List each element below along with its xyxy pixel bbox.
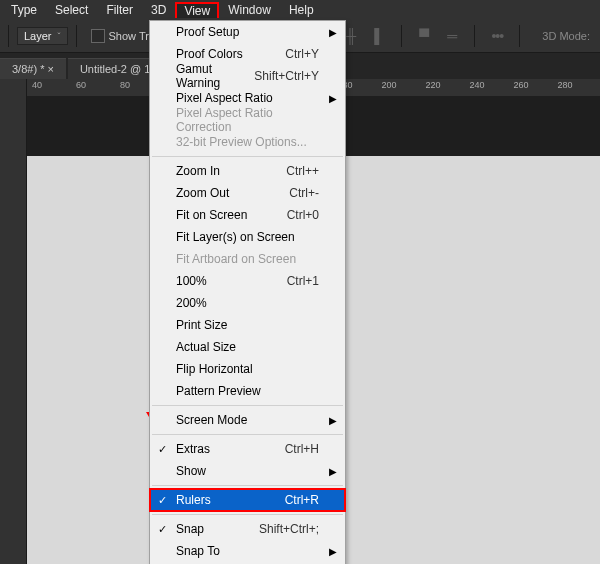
menu-item-label: Screen Mode [176, 413, 319, 427]
menu-item-shortcut: Ctrl+R [285, 493, 319, 507]
menu-item-shortcut: Ctrl+0 [287, 208, 319, 222]
menu-item-label: Pixel Aspect Ratio [176, 91, 319, 105]
menu-item-label: Extras [176, 442, 285, 456]
document-tab[interactable]: 3/8#) * × [0, 58, 66, 79]
menu-item-pattern-preview[interactable]: Pattern Preview [150, 380, 345, 402]
menu-item-proof-setup[interactable]: Proof Setup▶ [150, 21, 345, 43]
menu-item-label: 200% [176, 296, 319, 310]
menu-item-show[interactable]: Show▶ [150, 460, 345, 482]
menu-item-print-size[interactable]: Print Size [150, 314, 345, 336]
menu-item-label: Snap To [176, 544, 319, 558]
menu-item-label: Print Size [176, 318, 319, 332]
submenu-arrow-icon: ▶ [329, 93, 337, 104]
menu-item-pixel-aspect-ratio-correction: Pixel Aspect Ratio Correction [150, 109, 345, 131]
align-right-button[interactable]: ▌ [369, 26, 389, 46]
menu-item-fit-layer-s-on-screen[interactable]: Fit Layer(s) on Screen [150, 226, 345, 248]
checkmark-icon: ✓ [158, 494, 167, 507]
menu-item-32-bit-preview-options: 32-bit Preview Options... [150, 131, 345, 153]
menu-item-shortcut: Ctrl+H [285, 442, 319, 456]
menu-help[interactable]: Help [280, 2, 323, 18]
layer-target-label: Layer [24, 30, 52, 42]
separator [519, 25, 520, 47]
menu-item-extras[interactable]: ✓ExtrasCtrl+H [150, 438, 345, 460]
menu-separator [152, 485, 343, 486]
separator [474, 25, 475, 47]
ruler-tick: 40 [32, 80, 42, 90]
menu-separator [152, 405, 343, 406]
ruler-tick: 280 [557, 80, 572, 90]
menu-item-label: Proof Setup [176, 25, 319, 39]
submenu-arrow-icon: ▶ [329, 27, 337, 38]
ruler-vertical[interactable] [0, 96, 27, 564]
menu-item-shortcut: Shift+Ctrl+Y [254, 69, 319, 83]
menu-item-fit-on-screen[interactable]: Fit on ScreenCtrl+0 [150, 204, 345, 226]
submenu-arrow-icon: ▶ [329, 546, 337, 557]
menu-select[interactable]: Select [46, 2, 97, 18]
ruler-tick: 260 [513, 80, 528, 90]
menu-item-shortcut: Ctrl+Y [285, 47, 319, 61]
ruler-tick: 220 [425, 80, 440, 90]
ruler-tick: 60 [76, 80, 86, 90]
menu-item-label: Zoom Out [176, 186, 289, 200]
menu-item-fit-artboard-on-screen: Fit Artboard on Screen [150, 248, 345, 270]
menu-item-shortcut: Ctrl++ [286, 164, 319, 178]
menu-item-label: Fit Layer(s) on Screen [176, 230, 319, 244]
menu-separator [152, 514, 343, 515]
menu-item-flip-horizontal[interactable]: Flip Horizontal [150, 358, 345, 380]
menu-item-label: Rulers [176, 493, 285, 507]
checkbox-icon [91, 29, 105, 43]
menu-item-label: Fit on Screen [176, 208, 287, 222]
menu-item-label: 100% [176, 274, 287, 288]
menu-item-shortcut: Ctrl+- [289, 186, 319, 200]
menu-window[interactable]: Window [219, 2, 280, 18]
submenu-arrow-icon: ▶ [329, 466, 337, 477]
menu-item-shortcut: Shift+Ctrl+; [259, 522, 319, 536]
separator [8, 25, 9, 47]
separator [76, 25, 77, 47]
chevron-down-icon: ˇ [58, 31, 61, 41]
show-transform-checkbox[interactable]: Show Tra [85, 29, 155, 43]
checkmark-icon: ✓ [158, 523, 167, 536]
separator [401, 25, 402, 47]
menu-item-snap-to[interactable]: Snap To▶ [150, 540, 345, 562]
menu-item-zoom-in[interactable]: Zoom InCtrl++ [150, 160, 345, 182]
menu-item-gamut-warning[interactable]: Gamut WarningShift+Ctrl+Y [150, 65, 345, 87]
menu-item-label: Snap [176, 522, 259, 536]
menu-3d[interactable]: 3D [142, 2, 175, 18]
ruler-corner[interactable] [0, 79, 27, 97]
menu-item-100[interactable]: 100%Ctrl+1 [150, 270, 345, 292]
menu-item-rulers[interactable]: ✓RulersCtrl+R [150, 489, 345, 511]
menu-item-label: 32-bit Preview Options... [176, 135, 319, 149]
menu-item-label: Flip Horizontal [176, 362, 319, 376]
layer-target-dropdown[interactable]: Layer ˇ [17, 27, 68, 45]
menu-item-zoom-out[interactable]: Zoom OutCtrl+- [150, 182, 345, 204]
checkmark-icon: ✓ [158, 443, 167, 456]
menu-item-label: Proof Colors [176, 47, 285, 61]
align-top-button[interactable]: ▀ [414, 26, 434, 46]
menu-item-screen-mode[interactable]: Screen Mode▶ [150, 409, 345, 431]
menu-view[interactable]: View [175, 2, 219, 18]
menu-separator [152, 434, 343, 435]
menu-item-label: Actual Size [176, 340, 319, 354]
menu-item-label: Fit Artboard on Screen [176, 252, 319, 266]
align-tools: ▐ ╫ ▌ ▀ ═ ••• 3D Mode: [313, 25, 600, 47]
menu-item-shortcut: Ctrl+1 [287, 274, 319, 288]
3d-mode-label: 3D Mode: [532, 30, 600, 42]
menu-item-actual-size[interactable]: Actual Size [150, 336, 345, 358]
menubar: TypeSelectFilter3DViewWindowHelp [0, 0, 600, 20]
menu-item-label: Pattern Preview [176, 384, 319, 398]
align-middle-button[interactable]: ═ [442, 26, 462, 46]
menu-item-200[interactable]: 200% [150, 292, 345, 314]
ruler-tick: 200 [381, 80, 396, 90]
ruler-tick: 80 [120, 80, 130, 90]
menu-item-label: Pixel Aspect Ratio Correction [176, 106, 319, 134]
view-menu-dropdown: Proof Setup▶Proof ColorsCtrl+YGamut Warn… [149, 20, 346, 564]
menu-type[interactable]: Type [2, 2, 46, 18]
more-align-button[interactable]: ••• [487, 26, 507, 46]
ruler-tick: 240 [469, 80, 484, 90]
menu-item-label: Show [176, 464, 319, 478]
menu-separator [152, 156, 343, 157]
menu-item-snap[interactable]: ✓SnapShift+Ctrl+; [150, 518, 345, 540]
menu-item-label: Zoom In [176, 164, 286, 178]
menu-filter[interactable]: Filter [97, 2, 142, 18]
